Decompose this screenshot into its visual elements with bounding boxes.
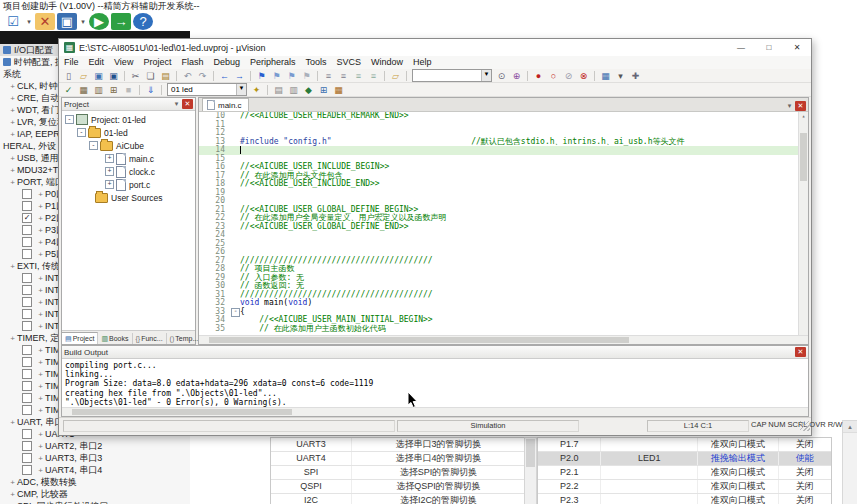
expander-icon[interactable]: +: [36, 394, 45, 403]
find-in-files-icon[interactable]: ⊕: [510, 70, 523, 82]
code-line[interactable]: 13#include "config.h" //默认已包含stdio.h、int…: [199, 138, 808, 147]
code-line[interactable]: 24: [199, 231, 808, 240]
panel-tab-project[interactable]: ▤Project: [62, 332, 98, 344]
menu-debug[interactable]: Debug: [208, 56, 245, 69]
undo-icon[interactable]: ↶: [181, 70, 194, 82]
breakpoint-kill-all-icon[interactable]: ⊗: [577, 70, 590, 82]
chevron-down-icon[interactable]: ▼: [481, 70, 491, 81]
tab-main-c[interactable]: main.c: [202, 98, 249, 111]
table-row[interactable]: P2.0LED1推挽输出模式使能: [538, 452, 831, 466]
translate-icon[interactable]: ✓: [62, 84, 75, 96]
copy-icon[interactable]: ❏: [144, 70, 157, 82]
dropdown-arrow-icon[interactable]: ▾: [79, 13, 87, 30]
uncomment-icon[interactable]: ≡: [367, 70, 380, 82]
sidebar-item[interactable]: +CMP, 比较器: [0, 488, 190, 500]
expander-icon[interactable]: +: [8, 478, 17, 487]
expander-icon[interactable]: +: [8, 94, 17, 103]
table-row[interactable]: UART3选择串口3的管脚切换: [271, 438, 525, 452]
scrollbar-thumb[interactable]: [72, 409, 292, 415]
close-button[interactable]: ✕: [783, 39, 811, 56]
expander-icon[interactable]: +: [105, 167, 114, 176]
bookmark-toggle-icon[interactable]: ⚑: [255, 70, 268, 82]
target-select[interactable]: 01 led▼: [167, 83, 247, 96]
panel-tab-books[interactable]: ▥Books: [98, 333, 132, 344]
help-icon[interactable]: ?: [133, 13, 153, 30]
tree-item[interactable]: +clock.c: [62, 165, 195, 178]
close-document-icon[interactable]: ✕: [795, 101, 806, 111]
configure-icon[interactable]: ✚: [629, 70, 642, 82]
menu-project[interactable]: Project: [138, 56, 176, 69]
tree-item[interactable]: -Project: 01-led: [62, 113, 195, 126]
expander-icon[interactable]: +: [36, 226, 45, 235]
menu-view[interactable]: View: [109, 56, 138, 69]
open-folder-icon[interactable]: ▱: [389, 70, 402, 82]
navigate-forward-icon[interactable]: →: [233, 70, 246, 82]
expander-icon[interactable]: +: [36, 250, 45, 259]
expander-icon[interactable]: +: [8, 334, 17, 343]
file-extensions-icon[interactable]: ▤: [272, 84, 285, 96]
table-row[interactable]: P1.7准双向口模式关闭: [538, 438, 831, 452]
redo-icon[interactable]: ↷: [196, 70, 209, 82]
tree-item[interactable]: +main.c: [62, 152, 195, 165]
run-icon[interactable]: ▶: [89, 13, 109, 30]
tree-item[interactable]: +port.c: [62, 178, 195, 191]
expander-icon[interactable]: -: [65, 115, 74, 124]
unindent-icon[interactable]: ≡: [337, 70, 350, 82]
navigate-back-icon[interactable]: ←: [218, 70, 231, 82]
stop-build-icon[interactable]: ■: [122, 84, 135, 96]
menu-help[interactable]: Help: [408, 56, 437, 69]
expander-icon[interactable]: +: [36, 310, 45, 319]
code-line[interactable]: 35 // 在此添加用户主函数初始化代码: [199, 325, 808, 334]
expander-icon[interactable]: +: [36, 286, 45, 295]
tree-item[interactable]: -AiCube: [62, 139, 195, 152]
expander-icon[interactable]: +: [36, 274, 45, 283]
device-icon[interactable]: ◆: [302, 84, 315, 96]
editor-vertical-scrollbar[interactable]: ▴: [798, 112, 808, 335]
tree-item[interactable]: -01-led: [62, 126, 195, 139]
menu-svcs[interactable]: SVCS: [332, 56, 367, 69]
table-row[interactable]: P2.2准双向口模式关闭: [538, 480, 831, 494]
save-all-icon[interactable]: ▣: [107, 70, 120, 82]
checkbox[interactable]: [22, 225, 32, 235]
include-paths-icon[interactable]: ▥: [287, 84, 300, 96]
code-line[interactable]: 25: [199, 240, 808, 249]
code-line[interactable]: 11: [199, 121, 808, 130]
build-icon[interactable]: ▦: [77, 84, 90, 96]
checkbox[interactable]: [22, 309, 32, 319]
menu-peripherals[interactable]: Peripherals: [245, 56, 301, 69]
export-icon[interactable]: →: [111, 13, 131, 30]
expander-icon[interactable]: +: [105, 180, 114, 189]
new-project-icon[interactable]: ☑: [3, 13, 23, 30]
bookmark-clear-icon[interactable]: ⚑: [300, 70, 313, 82]
checkbox[interactable]: [22, 345, 32, 355]
tree-item[interactable]: User Sources: [62, 191, 195, 204]
expander-icon[interactable]: +: [105, 154, 114, 163]
sidebar-item[interactable]: +UART2, 串口2: [0, 440, 190, 452]
expander-icon[interactable]: +: [8, 154, 17, 163]
expander-icon[interactable]: +: [8, 166, 17, 175]
close-project-icon[interactable]: ✕: [35, 13, 55, 30]
chevron-down-icon[interactable]: ▼: [236, 84, 246, 95]
expander-icon[interactable]: +: [36, 238, 45, 247]
editor-horizontal-scrollbar[interactable]: [199, 335, 808, 344]
menu-tools[interactable]: Tools: [300, 56, 331, 69]
code-area[interactable]: 10//<<AICUBE_USER_HEADER_REMARK_END>>111…: [199, 112, 808, 335]
checkbox[interactable]: ✓: [22, 213, 32, 223]
expander-icon[interactable]: +: [36, 382, 45, 391]
breakpoint-kill-icon[interactable]: ⊘: [562, 70, 575, 82]
build-output-scrollbar[interactable]: [62, 407, 808, 416]
sidebar-item[interactable]: +SPI, 同步串行外设接口: [0, 500, 190, 504]
code-line[interactable]: 23//<<AICUBE_USER_GLOBAL_DEFINE_END>>: [199, 223, 808, 232]
menu-file[interactable]: File: [59, 56, 84, 69]
open-file-icon[interactable]: ▱: [77, 70, 90, 82]
download-icon[interactable]: ⇓: [144, 84, 157, 96]
expander-icon[interactable]: +: [8, 106, 17, 115]
batch-build-icon[interactable]: ⊞: [107, 84, 120, 96]
expander-icon[interactable]: +: [36, 358, 45, 367]
panel-tab-func[interactable]: {}Func...: [133, 333, 167, 344]
save-icon[interactable]: ▣: [57, 13, 77, 30]
checkbox[interactable]: [22, 393, 32, 403]
expander-icon[interactable]: +: [8, 418, 17, 427]
code-line[interactable]: 10//<<AICUBE_USER_HEADER_REMARK_END>>: [199, 112, 808, 121]
expander-icon[interactable]: +: [8, 118, 17, 127]
